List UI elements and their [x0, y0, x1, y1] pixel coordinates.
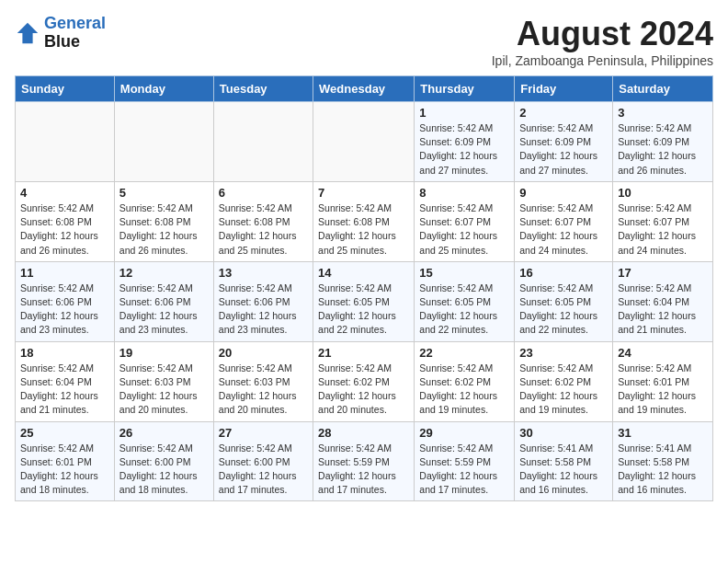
logo: GeneralBlue — [15, 15, 106, 52]
day-info: Sunrise: 5:42 AM Sunset: 6:08 PM Dayligh… — [119, 201, 209, 258]
day-info: Sunrise: 5:42 AM Sunset: 6:04 PM Dayligh… — [618, 282, 708, 338]
day-number: 22 — [419, 346, 509, 360]
day-info: Sunrise: 5:42 AM Sunset: 6:00 PM Dayligh… — [219, 442, 308, 498]
day-info: Sunrise: 5:42 AM Sunset: 6:03 PM Dayligh… — [219, 362, 308, 418]
weekday-friday: Friday — [515, 76, 613, 102]
calendar-cell: 9Sunrise: 5:42 AM Sunset: 6:07 PM Daylig… — [515, 181, 613, 261]
day-number: 1 — [419, 106, 509, 120]
calendar-cell: 8Sunrise: 5:42 AM Sunset: 6:07 PM Daylig… — [415, 181, 515, 261]
calendar-cell: 24Sunrise: 5:42 AM Sunset: 6:01 PM Dayli… — [613, 341, 713, 421]
calendar-week-2: 4Sunrise: 5:42 AM Sunset: 6:08 PM Daylig… — [16, 181, 713, 261]
weekday-header-row: SundayMondayTuesdayWednesdayThursdayFrid… — [16, 76, 713, 102]
day-number: 2 — [519, 106, 608, 120]
calendar-week-3: 11Sunrise: 5:42 AM Sunset: 6:06 PM Dayli… — [16, 261, 713, 341]
calendar-cell: 29Sunrise: 5:42 AM Sunset: 5:59 PM Dayli… — [415, 421, 515, 501]
calendar-cell: 30Sunrise: 5:41 AM Sunset: 5:58 PM Dayli… — [515, 421, 613, 501]
day-number: 27 — [219, 426, 308, 440]
day-number: 23 — [519, 346, 608, 360]
day-info: Sunrise: 5:42 AM Sunset: 6:01 PM Dayligh… — [20, 442, 109, 498]
day-info: Sunrise: 5:42 AM Sunset: 6:05 PM Dayligh… — [318, 282, 409, 338]
day-number: 20 — [219, 346, 308, 360]
calendar-cell: 1Sunrise: 5:42 AM Sunset: 6:09 PM Daylig… — [415, 102, 515, 182]
day-number: 17 — [618, 266, 708, 280]
day-number: 12 — [119, 266, 209, 280]
calendar-cell: 19Sunrise: 5:42 AM Sunset: 6:03 PM Dayli… — [114, 341, 213, 421]
calendar-cell: 26Sunrise: 5:42 AM Sunset: 6:00 PM Dayli… — [114, 421, 213, 501]
svg-marker-0 — [17, 23, 38, 43]
weekday-monday: Monday — [114, 76, 213, 102]
day-number: 15 — [419, 266, 509, 280]
day-info: Sunrise: 5:42 AM Sunset: 6:04 PM Dayligh… — [20, 362, 109, 418]
day-number: 26 — [119, 426, 209, 440]
day-info: Sunrise: 5:42 AM Sunset: 6:08 PM Dayligh… — [318, 201, 409, 258]
day-info: Sunrise: 5:42 AM Sunset: 6:02 PM Dayligh… — [419, 362, 509, 418]
calendar-cell — [16, 102, 115, 182]
calendar-cell: 31Sunrise: 5:41 AM Sunset: 5:58 PM Dayli… — [613, 421, 713, 501]
day-info: Sunrise: 5:42 AM Sunset: 6:07 PM Dayligh… — [618, 201, 708, 258]
calendar-cell: 3Sunrise: 5:42 AM Sunset: 6:09 PM Daylig… — [613, 102, 713, 182]
calendar-cell: 23Sunrise: 5:42 AM Sunset: 6:02 PM Dayli… — [515, 341, 613, 421]
day-info: Sunrise: 5:42 AM Sunset: 6:06 PM Dayligh… — [20, 282, 109, 338]
day-number: 3 — [618, 106, 708, 120]
day-info: Sunrise: 5:42 AM Sunset: 6:02 PM Dayligh… — [318, 362, 409, 418]
calendar-body: 1Sunrise: 5:42 AM Sunset: 6:09 PM Daylig… — [16, 102, 713, 501]
weekday-sunday: Sunday — [16, 76, 115, 102]
weekday-wednesday: Wednesday — [313, 76, 415, 102]
calendar-cell: 13Sunrise: 5:42 AM Sunset: 6:06 PM Dayli… — [213, 261, 313, 341]
day-info: Sunrise: 5:42 AM Sunset: 6:09 PM Dayligh… — [618, 121, 708, 178]
day-info: Sunrise: 5:42 AM Sunset: 6:08 PM Dayligh… — [219, 201, 308, 258]
calendar-cell: 22Sunrise: 5:42 AM Sunset: 6:02 PM Dayli… — [415, 341, 515, 421]
calendar-cell: 10Sunrise: 5:42 AM Sunset: 6:07 PM Dayli… — [613, 181, 713, 261]
day-info: Sunrise: 5:42 AM Sunset: 6:00 PM Dayligh… — [119, 442, 209, 498]
calendar-cell: 12Sunrise: 5:42 AM Sunset: 6:06 PM Dayli… — [114, 261, 213, 341]
calendar-cell: 16Sunrise: 5:42 AM Sunset: 6:05 PM Dayli… — [515, 261, 613, 341]
day-info: Sunrise: 5:42 AM Sunset: 5:59 PM Dayligh… — [419, 442, 509, 498]
day-number: 18 — [20, 346, 109, 360]
day-number: 13 — [219, 266, 308, 280]
calendar-week-4: 18Sunrise: 5:42 AM Sunset: 6:04 PM Dayli… — [16, 341, 713, 421]
calendar-cell: 7Sunrise: 5:42 AM Sunset: 6:08 PM Daylig… — [313, 181, 415, 261]
day-info: Sunrise: 5:42 AM Sunset: 6:01 PM Dayligh… — [618, 362, 708, 418]
day-number: 7 — [318, 186, 409, 200]
calendar-cell — [313, 102, 415, 182]
month-year: August 2024 — [492, 15, 713, 53]
day-info: Sunrise: 5:42 AM Sunset: 6:07 PM Dayligh… — [519, 201, 608, 258]
day-info: Sunrise: 5:42 AM Sunset: 6:07 PM Dayligh… — [419, 201, 509, 258]
day-info: Sunrise: 5:42 AM Sunset: 6:05 PM Dayligh… — [519, 282, 608, 338]
day-number: 10 — [618, 186, 708, 200]
day-number: 31 — [618, 426, 708, 440]
day-info: Sunrise: 5:41 AM Sunset: 5:58 PM Dayligh… — [618, 442, 708, 498]
day-info: Sunrise: 5:42 AM Sunset: 6:08 PM Dayligh… — [20, 201, 109, 258]
calendar-cell: 21Sunrise: 5:42 AM Sunset: 6:02 PM Dayli… — [313, 341, 415, 421]
calendar-cell: 28Sunrise: 5:42 AM Sunset: 5:59 PM Dayli… — [313, 421, 415, 501]
calendar-cell: 18Sunrise: 5:42 AM Sunset: 6:04 PM Dayli… — [16, 341, 115, 421]
day-number: 28 — [318, 426, 409, 440]
day-info: Sunrise: 5:42 AM Sunset: 6:06 PM Dayligh… — [119, 282, 209, 338]
logo-icon — [15, 20, 40, 46]
calendar-cell: 2Sunrise: 5:42 AM Sunset: 6:09 PM Daylig… — [515, 102, 613, 182]
calendar-cell — [213, 102, 313, 182]
weekday-saturday: Saturday — [613, 76, 713, 102]
calendar-table: SundayMondayTuesdayWednesdayThursdayFrid… — [15, 75, 713, 501]
day-number: 14 — [318, 266, 409, 280]
day-info: Sunrise: 5:42 AM Sunset: 6:09 PM Dayligh… — [519, 121, 608, 178]
day-number: 29 — [419, 426, 509, 440]
day-info: Sunrise: 5:42 AM Sunset: 6:09 PM Dayligh… — [419, 121, 509, 178]
day-info: Sunrise: 5:42 AM Sunset: 5:59 PM Dayligh… — [318, 442, 409, 498]
day-number: 6 — [219, 186, 308, 200]
page-header: GeneralBlue August 2024 Ipil, Zamboanga … — [15, 15, 713, 68]
calendar-cell: 27Sunrise: 5:42 AM Sunset: 6:00 PM Dayli… — [213, 421, 313, 501]
weekday-tuesday: Tuesday — [213, 76, 313, 102]
weekday-thursday: Thursday — [415, 76, 515, 102]
day-info: Sunrise: 5:42 AM Sunset: 6:05 PM Dayligh… — [419, 282, 509, 338]
title-block: August 2024 Ipil, Zamboanga Peninsula, P… — [492, 15, 713, 68]
day-number: 16 — [519, 266, 608, 280]
day-info: Sunrise: 5:42 AM Sunset: 6:03 PM Dayligh… — [119, 362, 209, 418]
calendar-cell: 17Sunrise: 5:42 AM Sunset: 6:04 PM Dayli… — [613, 261, 713, 341]
day-number: 8 — [419, 186, 509, 200]
day-number: 5 — [119, 186, 209, 200]
calendar-cell: 25Sunrise: 5:42 AM Sunset: 6:01 PM Dayli… — [16, 421, 115, 501]
day-number: 4 — [20, 186, 109, 200]
day-number: 21 — [318, 346, 409, 360]
day-number: 19 — [119, 346, 209, 360]
